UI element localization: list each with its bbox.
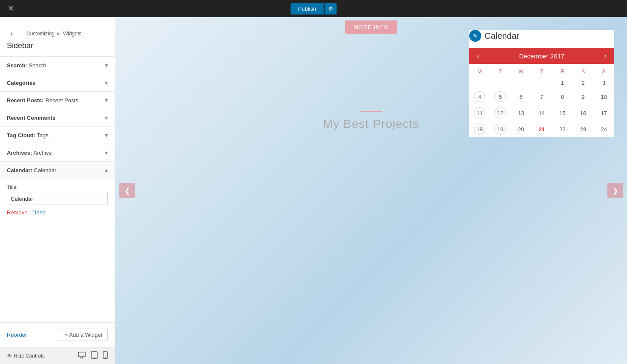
widget-calendar-header[interactable]: Calendar: Calendar ▴ (0, 162, 115, 179)
cal-day-thu: T (532, 64, 552, 77)
calendar-day[interactable]: 16 (573, 105, 594, 121)
publish-button[interactable]: Publish (290, 3, 324, 14)
panel-title: Sidebar (0, 40, 115, 56)
calendar-day[interactable]: 15 (552, 105, 573, 121)
breadcrumb-separator: ► (56, 31, 61, 37)
widget-item-search: Search: Search ▾ (0, 56, 115, 74)
calendar-day[interactable]: 2 (573, 77, 594, 89)
widget-item-recent-posts: Recent Posts: Recent Posts ▾ (0, 91, 115, 109)
calendar-nav: ‹ December 2017 › (469, 48, 614, 64)
calendar-day (511, 77, 532, 89)
calendar-day[interactable]: 11 (469, 105, 490, 121)
calendar-day[interactable]: 23 (573, 121, 594, 137)
calendar-day[interactable]: 3 (593, 77, 614, 89)
close-button[interactable]: ✕ (4, 2, 17, 15)
widget-recent-comments-header[interactable]: Recent Comments ▾ (0, 109, 115, 126)
calendar-day[interactable]: 21 (532, 121, 552, 137)
widget-recent-comments-arrow: ▾ (105, 114, 108, 121)
svg-point-7 (105, 357, 106, 358)
calendar-day[interactable]: 24 (593, 121, 614, 137)
calendar-next-button[interactable]: › (603, 52, 608, 60)
widget-archives-label: Archives: Archive (7, 150, 52, 156)
back-button[interactable]: ‹ (3, 22, 20, 40)
slider-prev-button[interactable]: ❮ (119, 183, 135, 198)
calendar-day[interactable]: 4 (469, 89, 490, 105)
widget-search-arrow: ▾ (105, 62, 108, 69)
widget-list: Search: Search ▾ Categories ▾ Recent Pos… (0, 56, 115, 322)
calendar-day[interactable]: 10 (593, 89, 614, 105)
widget-item-archives: Archives: Archive ▾ (0, 144, 115, 161)
mobile-view-button[interactable] (103, 351, 108, 361)
calendar-title-input[interactable] (7, 193, 108, 205)
widget-calendar-label: Calendar: Calendar (7, 167, 56, 173)
calendar-day[interactable]: 5 (490, 89, 511, 105)
calendar-day[interactable]: 13 (511, 105, 532, 121)
calendar-day[interactable]: 6 (511, 89, 532, 105)
svg-point-5 (94, 357, 95, 358)
widget-categories-label: Categories (7, 80, 35, 86)
projects-divider (361, 111, 382, 112)
calendar-day[interactable]: 9 (573, 89, 594, 105)
calendar-day[interactable]: 7 (532, 89, 552, 105)
calendar-day[interactable]: 12 (490, 105, 511, 121)
publish-settings-button[interactable]: ⚙ (325, 3, 337, 14)
widget-recent-comments-label: Recent Comments (7, 115, 55, 121)
svg-rect-0 (78, 352, 85, 357)
widget-tag-cloud-label: Tag Cloud: Tags (7, 132, 49, 139)
calendar-day[interactable]: 17 (593, 105, 614, 121)
footer-bar: 👁 Hide Controls (0, 347, 115, 364)
calendar-day[interactable]: 18 (469, 121, 490, 137)
widget-item-calendar: Calendar: Calendar ▴ Title: Remove | Don… (0, 161, 115, 222)
calendar-widget: ✎ Calendar ‹ December 2017 › M T W T F S (469, 30, 614, 137)
cal-day-tue: T (490, 64, 511, 77)
eye-icon: 👁 (7, 353, 12, 359)
calendar-day[interactable]: 1 (552, 77, 573, 89)
more-info-button[interactable]: MORE INFO (345, 20, 397, 34)
calendar-day[interactable]: 20 (511, 121, 532, 137)
calendar-day (469, 77, 490, 89)
widget-archives-header[interactable]: Archives: Archive ▾ (0, 144, 115, 161)
calendar-day[interactable]: 19 (490, 121, 511, 137)
calendar-day (532, 77, 552, 89)
widget-recent-posts-header[interactable]: Recent Posts: Recent Posts ▾ (0, 92, 115, 109)
top-bar: ✕ Publish ⚙ (0, 0, 627, 17)
calendar-day (490, 77, 511, 89)
widget-tag-cloud-header[interactable]: Tag Cloud: Tags ▾ (0, 127, 115, 144)
widget-search-label: Search: Search (7, 62, 46, 69)
projects-title: My Best Projects (323, 117, 419, 131)
cal-day-wed: W (511, 64, 532, 77)
calendar-title-row: ✎ Calendar (469, 30, 614, 42)
bottom-actions: Reorder + Add a Widget (0, 322, 115, 347)
widget-recent-posts-arrow: ▾ (105, 97, 108, 104)
widget-calendar-actions: Remove | Done (7, 209, 108, 216)
add-widget-button[interactable]: + Add a Widget (59, 329, 108, 341)
tablet-view-button[interactable] (91, 351, 98, 361)
calendar-day[interactable]: 8 (552, 89, 573, 105)
widget-search-header[interactable]: Search: Search ▾ (0, 57, 115, 74)
breadcrumb-current: Widgets (63, 31, 81, 37)
calendar-prev-button[interactable]: ‹ (475, 52, 481, 60)
footer-icons (78, 351, 108, 361)
calendar-title-label: Title: (7, 184, 108, 190)
widget-item-categories: Categories ▾ (0, 74, 115, 91)
slider-next-button[interactable]: ❯ (607, 183, 623, 198)
calendar-day[interactable]: 14 (532, 105, 552, 121)
calendar-done-link[interactable]: Done (32, 209, 46, 216)
calendar-widget-title: Calendar (485, 31, 519, 41)
breadcrumb: Customizing ► Widgets (20, 24, 88, 38)
calendar-pencil-icon: ✎ (469, 30, 481, 42)
calendar-day[interactable]: 22 (552, 121, 573, 137)
desktop-view-button[interactable] (78, 351, 86, 361)
calendar-body: 123456789101112131415161718192021222324 (469, 77, 614, 137)
calendar-remove-link[interactable]: Remove (7, 209, 27, 216)
breadcrumb-parent-link[interactable]: Customizing (26, 31, 55, 37)
cal-day-sun: S (593, 64, 614, 77)
hide-controls[interactable]: 👁 Hide Controls (7, 353, 45, 359)
cal-day-fri: F (552, 64, 573, 77)
calendar-month-year: December 2017 (519, 52, 565, 60)
widget-recent-posts-label: Recent Posts: Recent Posts (7, 97, 78, 104)
widget-categories-header[interactable]: Categories ▾ (0, 74, 115, 91)
cal-day-sat: S (573, 64, 594, 77)
reorder-button[interactable]: Reorder (7, 332, 27, 338)
widget-calendar-arrow: ▴ (105, 167, 108, 173)
